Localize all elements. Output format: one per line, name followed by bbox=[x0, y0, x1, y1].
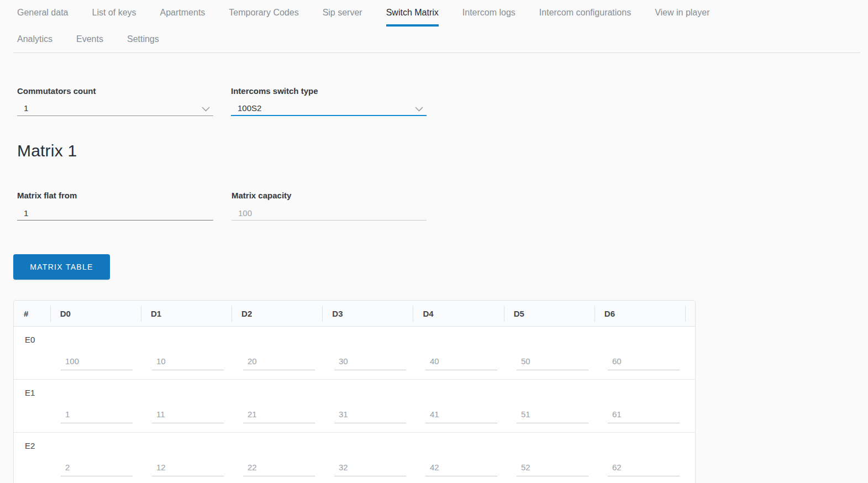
matrix-flat-from-input[interactable] bbox=[17, 207, 213, 219]
column-header-d6: D6 bbox=[595, 301, 685, 326]
matrix-cell-input-e0-d5[interactable] bbox=[517, 354, 588, 370]
commutators-count-value: 1 bbox=[17, 102, 213, 114]
column-header-d4: D4 bbox=[413, 301, 503, 326]
intercoms-switch-type-value: 100S2 bbox=[231, 102, 427, 114]
matrix-cell-input-e1-d6[interactable] bbox=[608, 407, 680, 423]
matrix-cell-input-e2-d0[interactable] bbox=[61, 460, 133, 476]
intercoms-switch-type-select[interactable]: 100S2 bbox=[231, 102, 427, 116]
matrix-cell-input-e2-d1[interactable] bbox=[152, 460, 224, 476]
matrix-cell-input-e0-d3[interactable] bbox=[334, 354, 406, 370]
matrix-table-header: # D0 D1 D2 D3 D4 D5 D6 bbox=[14, 301, 695, 327]
row-label: E0 bbox=[25, 335, 35, 344]
matrix-cell-input-e0-d0[interactable] bbox=[61, 354, 133, 370]
matrix-cell-input-e2-d5[interactable] bbox=[517, 460, 588, 476]
tab-settings[interactable]: Settings bbox=[127, 34, 159, 51]
matrix-table-button[interactable]: MATRIX TABLE bbox=[13, 254, 110, 280]
matrix-heading: Matrix 1 bbox=[17, 141, 77, 160]
matrix-flat-from-control bbox=[17, 207, 213, 221]
tab-temporary-codes[interactable]: Temporary Codes bbox=[229, 7, 298, 24]
tab-apartments[interactable]: Apartments bbox=[160, 7, 206, 24]
main-tab-bar: General data List of keys Apartments Tem… bbox=[17, 7, 709, 24]
table-row-e2: E2 bbox=[14, 433, 695, 483]
matrix-cell-input-e1-d1[interactable] bbox=[152, 407, 224, 423]
matrix-cell-input-e0-d1[interactable] bbox=[152, 354, 224, 370]
intercoms-switch-type-field: Intercoms switch type 100S2 bbox=[231, 86, 427, 116]
matrix-capacity-field: Matrix capacity bbox=[232, 191, 427, 221]
matrix-cell-input-e0-d2[interactable] bbox=[243, 354, 315, 370]
matrix-cell-input-e1-d2[interactable] bbox=[243, 407, 315, 423]
tab-intercom-logs[interactable]: Intercom logs bbox=[462, 7, 515, 24]
matrix-cell-input-e2-d2[interactable] bbox=[243, 460, 315, 476]
column-header-filler bbox=[685, 301, 695, 326]
column-header-index: # bbox=[14, 301, 50, 326]
table-row-e0: E0 bbox=[14, 327, 695, 380]
commutators-count-select[interactable]: 1 bbox=[17, 102, 213, 116]
column-header-d3: D3 bbox=[322, 301, 413, 326]
intercoms-switch-type-label: Intercoms switch type bbox=[231, 86, 427, 96]
matrix-cell-input-e2-d6[interactable] bbox=[608, 460, 680, 476]
tab-analytics[interactable]: Analytics bbox=[17, 34, 52, 51]
matrix-table: # D0 D1 D2 D3 D4 D5 D6 E0 E1 bbox=[13, 300, 696, 483]
chevron-down-icon bbox=[202, 107, 210, 112]
matrix-cell-input-e1-d0[interactable] bbox=[61, 407, 133, 423]
matrix-cell-input-e1-d3[interactable] bbox=[334, 407, 406, 423]
tab-view-in-player[interactable]: View in player bbox=[655, 7, 709, 24]
row-label: E2 bbox=[25, 441, 35, 450]
matrix-capacity-control bbox=[232, 207, 427, 221]
tab-switch-matrix[interactable]: Switch Matrix bbox=[386, 7, 439, 24]
column-header-d5: D5 bbox=[504, 301, 595, 326]
matrix-cell-input-e1-d4[interactable] bbox=[425, 407, 497, 423]
column-header-d0: D0 bbox=[50, 301, 141, 326]
matrix-flat-from-field: Matrix flat from bbox=[17, 191, 213, 221]
column-header-d1: D1 bbox=[141, 301, 232, 326]
tab-intercom-configurations[interactable]: Intercom configurations bbox=[539, 7, 631, 24]
matrix-cell-input-e2-d4[interactable] bbox=[425, 460, 497, 476]
table-row-e1: E1 bbox=[14, 380, 695, 433]
tabs-divider bbox=[13, 53, 860, 53]
row-label: E1 bbox=[25, 388, 35, 397]
matrix-cell-input-e1-d5[interactable] bbox=[517, 407, 588, 423]
secondary-tab-bar: Analytics Events Settings bbox=[17, 34, 159, 51]
tab-general-data[interactable]: General data bbox=[17, 7, 69, 24]
tab-list-of-keys[interactable]: List of keys bbox=[92, 7, 136, 24]
chevron-down-icon bbox=[415, 107, 423, 112]
matrix-cell-input-e0-d4[interactable] bbox=[425, 354, 497, 370]
commutators-count-label: Commutators count bbox=[17, 86, 213, 96]
switch-matrix-page: General data List of keys Apartments Tem… bbox=[0, 0, 868, 483]
matrix-capacity-label: Matrix capacity bbox=[232, 191, 427, 201]
tab-events[interactable]: Events bbox=[76, 34, 103, 51]
matrix-capacity-input bbox=[232, 207, 427, 219]
matrix-flat-from-label: Matrix flat from bbox=[17, 191, 213, 201]
matrix-cell-input-e0-d6[interactable] bbox=[608, 354, 680, 370]
column-header-d2: D2 bbox=[232, 301, 322, 326]
matrix-cell-input-e2-d3[interactable] bbox=[334, 460, 406, 476]
tab-sip-server[interactable]: Sip server bbox=[323, 7, 362, 24]
commutators-count-field: Commutators count 1 bbox=[17, 86, 213, 116]
